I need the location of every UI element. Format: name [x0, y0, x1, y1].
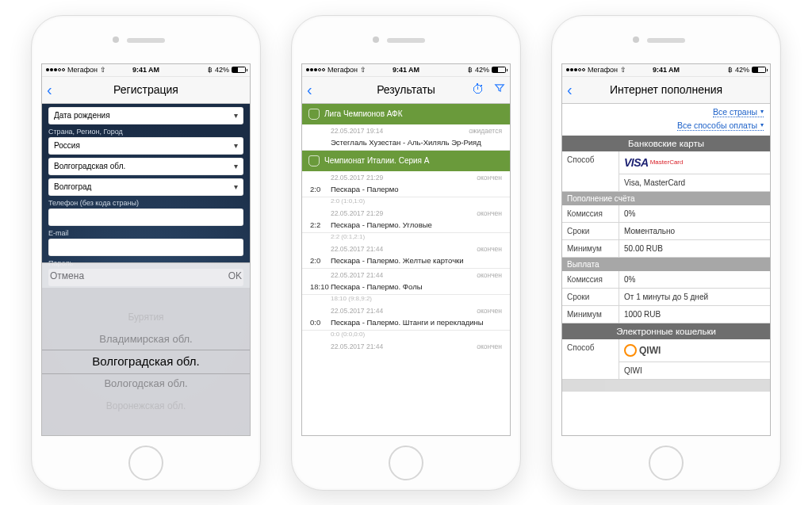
method-value: QIWI [619, 362, 770, 379]
picker-option[interactable]: Вологодская обл. [104, 373, 187, 395]
screen-results: Мегафон ⇧ 9:41 AM ฿ 42% ‹ Результаты ⏱ [301, 63, 511, 436]
timer-icon[interactable]: ⏱ [472, 82, 485, 97]
match-datetime: 22.05.2017 21:29 [331, 209, 383, 217]
back-button[interactable]: ‹ [307, 81, 312, 99]
deposit-content[interactable]: Все страны▾ Все способы оплаты▾ Банковск… [562, 104, 770, 435]
match-name: Пескара - Палермо [331, 185, 502, 193]
phone-camera [633, 36, 639, 43]
filter-country[interactable]: Все страны▾ [713, 107, 764, 117]
picker-option-selected[interactable]: Волгоградская обл. [92, 350, 199, 373]
match-name: Пескара - Палермо. Угловые [331, 220, 502, 229]
match-status: окончен [477, 342, 502, 350]
status-bar: Мегафон ⇧ 9:41 AM ฿ 42% [562, 64, 770, 77]
section-ewallet-deposit [562, 380, 770, 392]
match-subscore: 18:10 (9:8,9:2) [302, 295, 510, 304]
results-list[interactable]: Лига Чемпионов АФК 22.05.2017 19:14 ожид… [302, 104, 510, 435]
picker-ok-button[interactable]: OK [228, 270, 242, 281]
birthdate-value: Дата рождения [54, 111, 110, 120]
filter-method-label: Все способы оплаты [677, 121, 757, 130]
navbar: ‹ Интернет пополнения [562, 77, 770, 104]
phone-label: Телефон (без кода страны) [48, 199, 243, 207]
phone-speaker [387, 38, 425, 43]
match-row[interactable]: Эстеглаль Хузестан - Аль-Хиляль Эр-Рияд [302, 135, 510, 151]
navbar: ‹ Результаты ⏱ [302, 77, 510, 104]
match-score: 18:10 [310, 282, 331, 291]
shield-icon [308, 109, 320, 120]
city-value: Волгоград [54, 182, 91, 191]
filter-country-label: Все страны [713, 107, 757, 117]
picker-option[interactable]: Владимирская обл. [99, 328, 192, 350]
signal-icon [46, 68, 65, 71]
minimum-label: Минимум [562, 240, 619, 257]
method-value: Visa, MasterCard [619, 174, 770, 191]
picker-option[interactable]: Бурятия [128, 306, 163, 328]
chevron-down-icon: ▾ [234, 111, 238, 120]
match-subscore: 2:0 (1:0,1:0) [302, 197, 510, 207]
chevron-down-icon: ▾ [760, 121, 764, 128]
section-ewallets: Электронные кошельки [562, 323, 770, 339]
league-title: Чемпионат Италии. Серия А [324, 156, 429, 165]
country-select[interactable]: Россия ▾ [48, 137, 243, 155]
section-withdraw: Выплата [562, 258, 770, 271]
timing-label: Сроки [562, 289, 619, 305]
city-select[interactable]: Волгоград ▾ [48, 178, 243, 196]
visa-mastercard-logo: VISAMasterCard [619, 151, 770, 174]
match-subscore: 0:0 (0:0,0:0) [302, 331, 510, 340]
wifi-icon: ⇧ [100, 66, 106, 74]
picker-wheel[interactable]: Бурятия Владимирская обл. Волгоградская … [42, 288, 250, 434]
phone-registration: Мегафон ⇧ 9:41 AM ฿ 42% ‹ Регистрация Да… [31, 15, 261, 491]
email-input[interactable] [48, 239, 243, 256]
timing-value: От 1 минуты до 5 дней [619, 289, 770, 305]
match-datetime: 22.05.2017 21:29 [331, 174, 383, 182]
carrier-label: Мегафон [67, 66, 98, 74]
back-button[interactable]: ‹ [47, 81, 52, 99]
birthdate-select[interactable]: Дата рождения ▾ [48, 107, 243, 124]
picker-option[interactable]: Воронежская обл. [106, 395, 186, 417]
match-status: окончен [477, 174, 502, 182]
region-select[interactable]: Волгоградская обл. ▾ [48, 158, 243, 175]
battery-icon [232, 67, 246, 73]
filter-icon[interactable] [494, 82, 505, 97]
minimum-value: 1000 RUB [619, 306, 770, 323]
match-datetime: 22.05.2017 21:44 [331, 245, 383, 253]
match-row[interactable]: 0:0Пескара - Палермо. Штанги и переклади… [302, 315, 510, 331]
home-button[interactable] [649, 446, 684, 480]
screen-registration: Мегафон ⇧ 9:41 AM ฿ 42% ‹ Регистрация Да… [41, 63, 251, 436]
country-value: Россия [54, 141, 80, 150]
kv-row: Способ VISAMasterCard Visa, MasterCard [562, 151, 770, 192]
picker-toolbar: Отмена OK [42, 262, 250, 288]
match-row[interactable]: 18:10Пескара - Палермо. Фолы [302, 279, 510, 295]
home-button[interactable] [389, 446, 423, 480]
filter-method[interactable]: Все способы оплаты▾ [677, 121, 764, 131]
league-header[interactable]: Чемпионат Италии. Серия А [302, 151, 510, 171]
picker-cancel-button[interactable]: Отмена [50, 270, 84, 281]
match-datetime: 22.05.2017 21:44 [331, 307, 383, 315]
match-score: 2:0 [310, 185, 331, 193]
method-label: Способ [562, 151, 619, 191]
match-row[interactable]: 2:2Пескара - Палермо. Угловые [302, 217, 510, 233]
home-button[interactable] [128, 446, 163, 480]
carrier-label: Мегафон [588, 66, 618, 74]
match-row[interactable]: 2:0Пескара - Палермо [302, 182, 510, 197]
wifi-icon: ⇧ [360, 66, 366, 74]
minimum-label: Минимум [562, 306, 619, 323]
league-header[interactable]: Лига Чемпионов АФК [302, 104, 510, 124]
battery-label: 42% [215, 66, 229, 74]
match-score: 2:2 [310, 220, 331, 229]
phone-input[interactable] [48, 209, 243, 226]
match-row[interactable]: 2:0Пескара - Палермо. Желтые карточки [302, 253, 510, 269]
registration-form: Дата рождения ▾ Страна, Регион, Город Ро… [42, 104, 250, 435]
match-meta: 22.05.2017 19:14 ожидается [302, 124, 510, 135]
commission-label: Комиссия [562, 205, 619, 222]
match-name: Эстеглаль Хузестан - Аль-Хиляль Эр-Рияд [331, 138, 502, 147]
match-name: Пескара - Палермо. Штанги и перекладины [331, 318, 502, 327]
email-label: E-mail [48, 229, 243, 237]
battery-label: 42% [475, 66, 489, 74]
timing-label: Сроки [562, 223, 619, 239]
back-button[interactable]: ‹ [567, 81, 573, 99]
match-name: Пескара - Палермо. Фолы [331, 282, 502, 291]
signal-icon [306, 68, 325, 71]
match-datetime: 22.05.2017 21:44 [331, 342, 383, 350]
screen-deposit: Мегафон ⇧ 9:41 AM ฿ 42% ‹ Интернет попол… [561, 63, 771, 436]
match-name: Пескара - Палермо. Желтые карточки [331, 256, 502, 265]
